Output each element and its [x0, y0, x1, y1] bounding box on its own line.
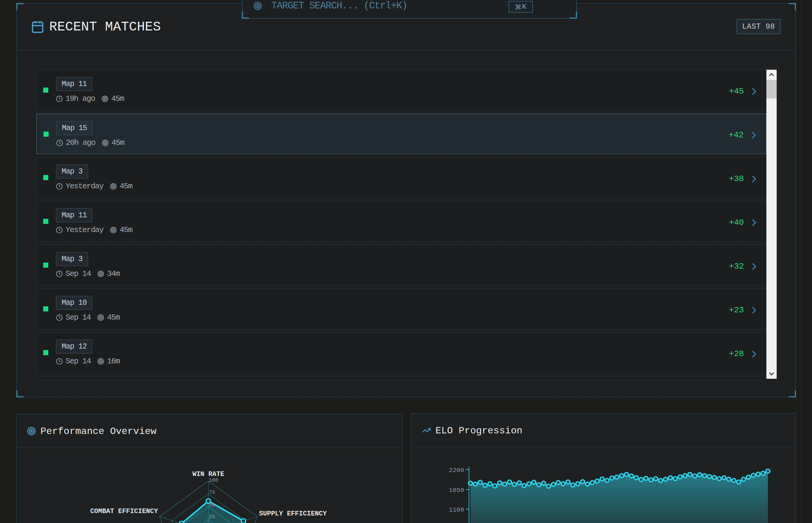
- svg-text:50: 50: [209, 502, 215, 508]
- svg-text:75: 75: [209, 489, 215, 495]
- svg-text:100: 100: [209, 477, 218, 483]
- svg-text:SUPPLY EFFICIENCY: SUPPLY EFFICIENCY: [259, 510, 327, 518]
- svg-text:1100: 1100: [449, 506, 464, 513]
- svg-text:COMBAT EFFICIENCY: COMBAT EFFICIENCY: [90, 508, 158, 515]
- svg-text:2200: 2200: [449, 467, 464, 474]
- svg-text:1650: 1650: [449, 487, 464, 494]
- svg-text:25: 25: [209, 514, 215, 520]
- svg-text:WIN RATE: WIN RATE: [192, 470, 224, 478]
